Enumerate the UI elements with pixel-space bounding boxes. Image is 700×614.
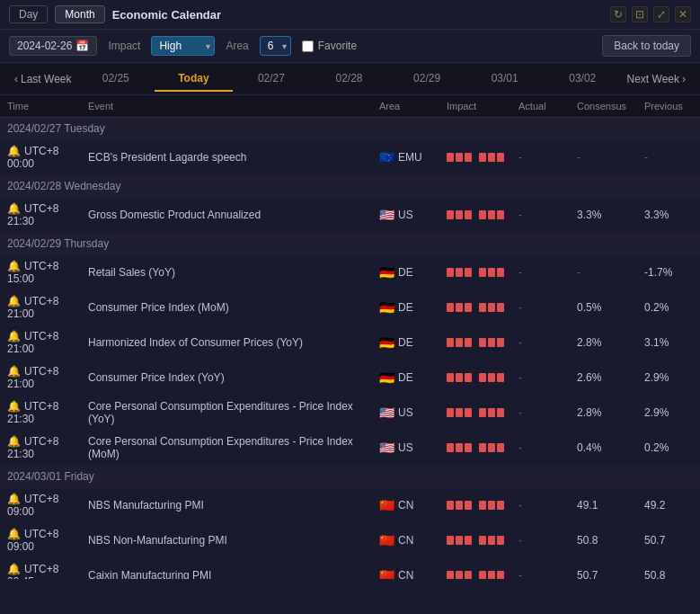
impact-bar [497, 153, 504, 162]
bell-icon[interactable]: 🔔 [7, 260, 21, 272]
cell-impact [439, 198, 511, 233]
section-label: 2024/02/29 Thursday [0, 233, 700, 255]
header-impact: Impact [439, 95, 511, 118]
flag-icon: 🇩🇪 [379, 335, 394, 350]
chevron-left-icon: ‹ [14, 73, 18, 85]
area-select[interactable]: 6 [260, 36, 291, 56]
tab-day[interactable]: Day [9, 5, 48, 23]
table-row: 🔔UTC+8 21:00Harmonized Index of Consumer… [0, 325, 700, 360]
bell-icon[interactable]: 🔔 [7, 493, 21, 505]
date-today[interactable]: Today [155, 67, 233, 92]
impact-bars [447, 303, 504, 312]
bell-icon[interactable]: 🔔 [7, 202, 21, 215]
tab-month[interactable]: Month [55, 5, 104, 23]
close-icon[interactable]: ✕ [675, 6, 691, 22]
impact-bar [479, 303, 486, 312]
next-week-button[interactable]: Next Week › [622, 69, 691, 89]
cell-previous: 50.8 [637, 558, 700, 580]
cell-actual: - [511, 431, 570, 466]
table-row: 🔔UTC+8 21:30Core Personal Consumption Ex… [0, 396, 700, 431]
date-0227[interactable]: 02/27 [233, 67, 311, 92]
cell-previous: 49.2 [637, 488, 700, 523]
prev-week-button[interactable]: ‹ Last Week [9, 69, 76, 89]
impact-bar [497, 373, 504, 382]
cell-consensus: - [570, 255, 637, 290]
cell-area: 🇩🇪DE [372, 290, 439, 325]
refresh-icon[interactable]: ↻ [610, 6, 626, 22]
header-area: Area [372, 95, 439, 118]
cell-area: 🇪🇺EMU [372, 140, 439, 175]
impact-bar [456, 536, 463, 545]
impact-bar [447, 536, 454, 545]
date-0225[interactable]: 02/25 [76, 67, 155, 92]
impact-select-wrap: High Medium Low [151, 36, 215, 56]
cell-actual: - [511, 140, 570, 175]
expand-icon[interactable]: ⤢ [653, 6, 669, 22]
date-0229[interactable]: 02/29 [388, 67, 466, 92]
area-value: DE [398, 301, 413, 314]
impact-bar [456, 338, 463, 347]
favorite-checkbox[interactable] [302, 40, 314, 52]
impact-bar [456, 443, 463, 452]
cell-time: 🔔UTC+8 21:00 [0, 290, 81, 325]
cell-impact [439, 290, 511, 325]
flag-icon: 🇺🇸 [379, 440, 394, 455]
impact-bar [488, 373, 495, 382]
impact-bar [488, 210, 495, 219]
cell-event: Consumer Price Index (YoY) [81, 360, 372, 396]
favorite-checkbox-wrap[interactable]: Favorite [302, 40, 357, 52]
section-header-row: 2024/02/28 Wednesday [0, 175, 700, 198]
bell-icon[interactable]: 🔔 [7, 295, 21, 307]
impact-bar [447, 501, 454, 510]
cell-actual: - [511, 558, 570, 580]
back-to-today-button[interactable]: Back to today [602, 35, 691, 57]
bell-icon[interactable]: 🔔 [7, 563, 21, 575]
impact-bars [447, 571, 504, 579]
impact-bar [465, 408, 472, 417]
area-value: CN [398, 569, 413, 579]
area-select-wrap: 6 [260, 36, 291, 56]
cell-area: 🇩🇪DE [372, 325, 439, 360]
cell-area: 🇺🇸US [372, 396, 439, 431]
cell-time: 🔔UTC+8 21:00 [0, 325, 81, 360]
impact-bar [465, 153, 472, 162]
window-icon[interactable]: ⊡ [632, 6, 648, 22]
impact-bars [447, 373, 504, 382]
cell-impact [439, 255, 511, 290]
date-0301[interactable]: 03/01 [465, 67, 544, 92]
cell-event: NBS Non-Manufacturing PMI [81, 523, 372, 558]
cell-previous: 3.3% [637, 198, 700, 233]
table-row: 🔔UTC+8 15:00Retail Sales (YoY)🇩🇪DE---1.7… [0, 255, 700, 290]
header-time: Time [0, 95, 81, 118]
bell-icon[interactable]: 🔔 [7, 400, 21, 413]
bell-icon[interactable]: 🔔 [7, 145, 21, 157]
cell-event: Caixin Manufacturing PMI [81, 558, 372, 580]
date-value: 2024-02-26 [17, 40, 72, 52]
section-label: 2024/02/28 Wednesday [0, 175, 700, 198]
cell-consensus: 2.8% [570, 325, 637, 360]
impact-bar [488, 536, 495, 545]
impact-select[interactable]: High Medium Low [151, 36, 215, 56]
impact-bar [447, 338, 454, 347]
date-picker[interactable]: 2024-02-26 📅 [9, 36, 97, 56]
cell-time: 🔔UTC+8 15:00 [0, 255, 81, 290]
section-header-row: 2024/03/01 Friday [0, 466, 700, 488]
impact-bar [465, 536, 472, 545]
date-0228[interactable]: 02/28 [310, 67, 388, 92]
impact-bar [488, 443, 495, 452]
bell-icon[interactable]: 🔔 [7, 528, 21, 540]
bell-icon[interactable]: 🔔 [7, 330, 21, 343]
table-row: 🔔UTC+8 21:30Core Personal Consumption Ex… [0, 431, 700, 466]
date-0302[interactable]: 03/02 [544, 67, 622, 92]
bell-icon[interactable]: 🔔 [7, 435, 21, 448]
cell-consensus: 50.8 [570, 523, 637, 558]
cell-previous: 2.9% [637, 396, 700, 431]
cell-time: 🔔UTC+8 09:00 [0, 523, 81, 558]
area-value: US [398, 406, 413, 419]
impact-bar [447, 268, 454, 277]
header-previous: Previous [637, 95, 700, 118]
area-value: CN [398, 499, 413, 512]
bell-icon[interactable]: 🔔 [7, 365, 21, 378]
week-nav: ‹ Last Week 02/25 Today 02/27 02/28 02/2… [0, 63, 700, 95]
impact-bar [456, 373, 463, 382]
